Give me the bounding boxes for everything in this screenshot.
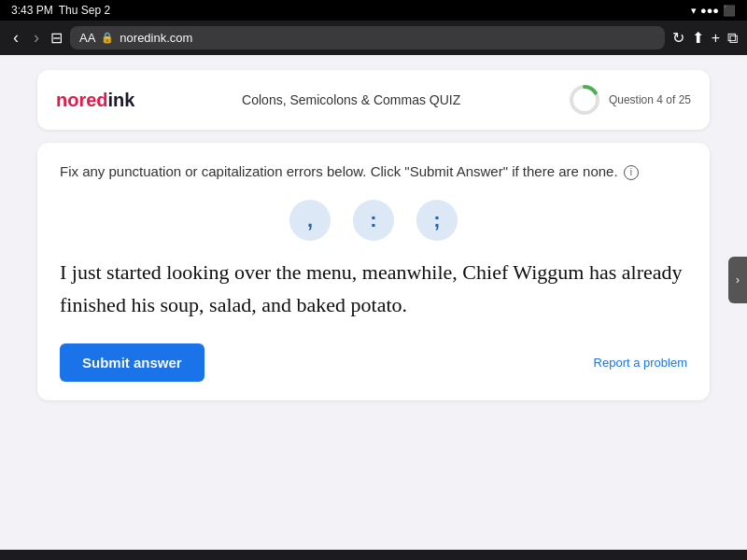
url-text: noredink.com (120, 31, 192, 45)
day: Thu Sep 2 (59, 4, 110, 17)
report-problem-link[interactable]: Report a problem (594, 356, 687, 370)
submit-answer-button[interactable]: Submit answer (60, 343, 204, 382)
quiz-title: Colons, Semicolons & Commas QUIZ (242, 92, 460, 107)
battery-icon: ⬛ (723, 5, 736, 17)
lock-icon: 🔒 (101, 32, 114, 44)
progress-circle (568, 83, 601, 117)
quiz-header-card: noredink Colons, Semicolons & Commas QUI… (37, 70, 710, 130)
wifi-icon: ▾ (691, 5, 697, 17)
page-background: noredink Colons, Semicolons & Commas QUI… (0, 55, 747, 550)
sidebar-handle[interactable]: › (728, 257, 747, 303)
logo-ink: ink (108, 90, 135, 110)
status-bar: 3:43 PM Thu Sep 2 ▾ ●●● ⬛ (0, 0, 747, 21)
semicolon-button[interactable]: ; (416, 200, 458, 241)
question-counter: Question 4 of 25 (609, 93, 691, 106)
punctuation-options: , : ; (60, 200, 687, 241)
instructions-text: Fix any punctuation or capitalization er… (60, 161, 687, 183)
noredink-logo: noredink (56, 90, 134, 111)
status-right: ▾ ●●● ⬛ (691, 5, 736, 17)
colon-button[interactable]: : (353, 200, 394, 241)
bottom-row: Submit answer Report a problem (60, 343, 687, 382)
logo-no: no (56, 90, 78, 110)
logo-red: red (78, 90, 107, 110)
tabs-icon[interactable]: ⧉ (727, 30, 738, 47)
info-icon[interactable]: i (624, 165, 639, 180)
sentence-text: I just started looking over the menu, me… (60, 256, 687, 321)
bookmark-icon[interactable]: ⊟ (50, 29, 63, 47)
address-bar[interactable]: AA 🔒 noredink.com (70, 26, 665, 49)
instructions-main: Fix any punctuation or capitalization er… (60, 163, 618, 179)
refresh-icon[interactable]: ↻ (672, 29, 684, 47)
new-tab-icon[interactable]: + (712, 30, 720, 47)
back-button[interactable]: ‹ (9, 26, 22, 49)
signal-icon: ●●● (700, 5, 719, 16)
comma-button[interactable]: , (289, 200, 331, 241)
quiz-body-card: Fix any punctuation or capitalization er… (37, 143, 710, 400)
status-left: 3:43 PM Thu Sep 2 (11, 4, 110, 17)
forward-button[interactable]: › (30, 26, 43, 49)
time: 3:43 PM (11, 4, 53, 17)
progress-section: Question 4 of 25 (568, 83, 691, 117)
share-icon[interactable]: ⬆ (692, 29, 704, 47)
aa-label: AA (79, 31, 95, 45)
browser-chrome: ‹ › ⊟ AA 🔒 noredink.com ↻ ⬆ + ⧉ (0, 21, 747, 55)
